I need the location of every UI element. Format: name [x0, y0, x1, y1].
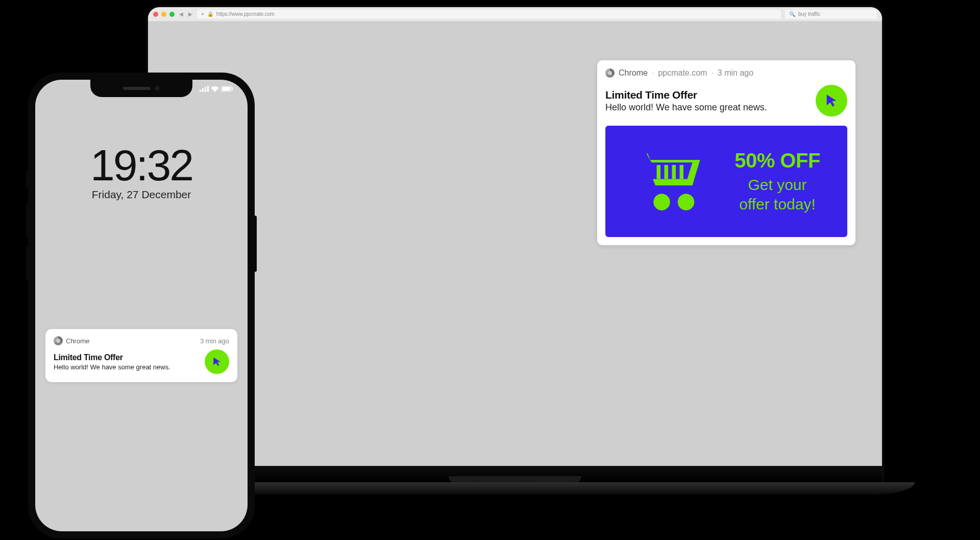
battery-icon: [221, 86, 233, 92]
svg-rect-1: [665, 165, 669, 179]
laptop-hinge-bar: [148, 466, 882, 482]
new-tab-icon[interactable]: +: [201, 11, 204, 17]
lockscreen-date: Friday, 27 December: [35, 189, 248, 201]
svg-rect-6: [200, 90, 201, 92]
svg-rect-3: [680, 165, 684, 179]
phone-screen: 19:32 Friday, 27 December Chrome 3 min a…: [35, 80, 248, 531]
notification-time: 3 min ago: [718, 68, 753, 78]
laptop-notch: [449, 476, 581, 482]
notification-title: Limited Time Offer: [605, 89, 806, 101]
promo-headline: 50% OFF: [734, 149, 820, 172]
front-camera-icon: [155, 86, 160, 91]
notification-title: Limited Time Offer: [54, 353, 199, 362]
status-bar: [200, 86, 233, 92]
notification-message: Hello world! We have some great news.: [54, 363, 199, 371]
laptop-screen: ◀ ▶ + 🔒 https://www.ppcmate.com 🔍 buy tr…: [148, 7, 882, 482]
speaker-icon: [123, 87, 151, 90]
search-placeholder: buy traffic: [798, 11, 820, 17]
cursor-icon: [816, 85, 847, 116]
phone-volume-down[interactable]: [26, 245, 29, 281]
notification-text: Limited Time Offer Hello world! We have …: [605, 89, 806, 113]
svg-rect-7: [202, 88, 204, 92]
svg-rect-0: [657, 165, 661, 179]
notification-body: Limited Time Offer Hello world! We have …: [605, 85, 847, 116]
cursor-icon: [205, 349, 229, 374]
svg-rect-2: [672, 165, 676, 179]
phone-notification[interactable]: Chrome 3 min ago Limited Time Offer Hell…: [45, 329, 237, 382]
phone-notch: [90, 80, 192, 97]
window-controls: [153, 12, 175, 17]
promo-banner[interactable]: 50% OFF Get your offer today!: [605, 126, 847, 237]
notification-app: Chrome: [66, 337, 89, 345]
close-icon[interactable]: [153, 12, 158, 17]
notification-message: Hello world! We have some great news.: [605, 102, 806, 113]
notification-app: Chrome: [619, 68, 648, 78]
cart-icon: [632, 142, 709, 221]
desktop-notification[interactable]: Chrome · ppcmate.com · 3 min ago Limited…: [597, 60, 855, 245]
phone-volume-up[interactable]: [26, 202, 29, 238]
phone-mute-switch[interactable]: [26, 170, 29, 188]
notification-text: Limited Time Offer Hello world! We have …: [54, 353, 199, 371]
chrome-icon: [54, 336, 63, 345]
separator: ·: [652, 68, 654, 78]
separator: ·: [711, 68, 713, 78]
url-text: https://www.ppcmate.com: [216, 11, 275, 17]
promo-subline: Get your offer today!: [734, 175, 820, 214]
browser-toolbar: ◀ ▶ + 🔒 https://www.ppcmate.com 🔍 buy tr…: [148, 7, 882, 21]
notification-body: Limited Time Offer Hello world! We have …: [54, 349, 229, 374]
promo-text: 50% OFF Get your offer today!: [734, 149, 820, 214]
url-bar[interactable]: + 🔒 https://www.ppcmate.com: [197, 10, 781, 19]
svg-rect-11: [222, 87, 230, 91]
lockscreen-time: 19:32: [35, 140, 248, 191]
svg-point-5: [678, 194, 695, 210]
maximize-icon[interactable]: [169, 12, 175, 17]
lock-icon: 🔒: [207, 11, 213, 17]
svg-point-4: [653, 194, 670, 210]
notification-header: Chrome 3 min ago: [54, 336, 229, 345]
svg-rect-9: [207, 86, 209, 92]
forward-button[interactable]: ▶: [188, 11, 193, 17]
phone-frame: 19:32 Friday, 27 December Chrome 3 min a…: [28, 73, 255, 538]
search-box[interactable]: 🔍 buy traffic: [785, 10, 877, 19]
notification-domain: ppcmate.com: [658, 68, 707, 78]
svg-rect-8: [205, 87, 206, 92]
svg-rect-12: [232, 87, 233, 90]
notification-time: 3 min ago: [200, 337, 229, 345]
notification-header: Chrome · ppcmate.com · 3 min ago: [605, 68, 847, 78]
minimize-icon[interactable]: [161, 12, 166, 17]
chrome-icon: [605, 68, 615, 78]
phone-power-button[interactable]: [254, 216, 257, 272]
back-button[interactable]: ◀: [179, 11, 184, 17]
signal-icon: [200, 86, 209, 92]
lockscreen: 19:32 Friday, 27 December: [35, 80, 248, 201]
wifi-icon: [211, 86, 219, 92]
search-icon: 🔍: [789, 11, 795, 17]
